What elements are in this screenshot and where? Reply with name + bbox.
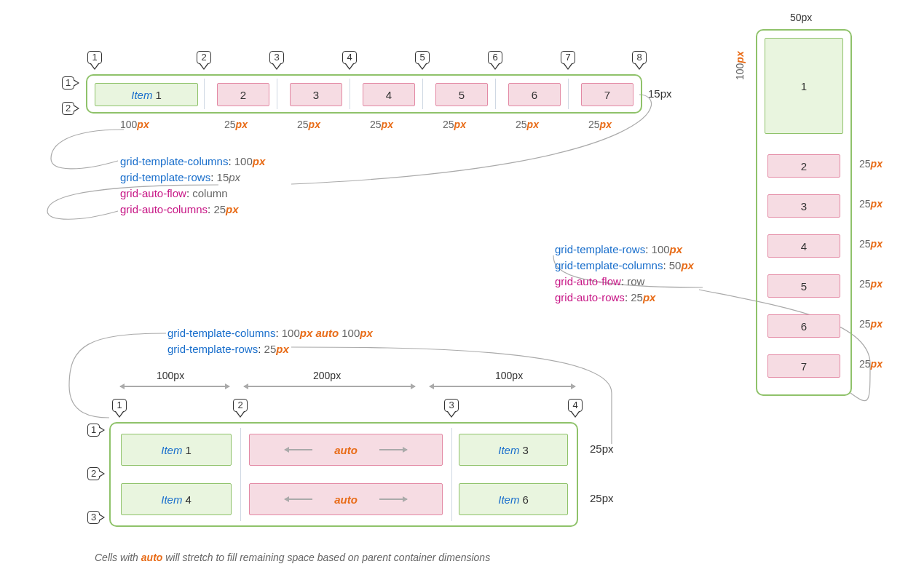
footer-note: Cells with auto will stretch to fill rem…: [95, 552, 490, 563]
diagram3-frame: Item1 auto Item3 Item4 auto Item6: [109, 422, 578, 527]
d1-track-2: 25px: [224, 119, 248, 130]
d2-item-3: 3: [767, 194, 840, 218]
dim-arrow: [120, 386, 229, 387]
col-line-6: 6: [486, 51, 504, 70]
grid-line: [277, 79, 277, 109]
grid-item-5: 5: [435, 83, 488, 106]
arrow-left-icon: [285, 449, 312, 450]
col-line-7: 7: [559, 51, 577, 70]
grid-item-4: 4: [363, 83, 415, 106]
d2-row-track-5: 25px: [859, 318, 883, 330]
d1-track-5: 25px: [443, 119, 466, 130]
dim-arrow: [430, 386, 575, 387]
grid-line: [495, 79, 496, 109]
grid-line: [422, 79, 423, 109]
grid-line: [240, 428, 241, 521]
d1-css: grid-template-columns: 100px grid-templa…: [120, 154, 265, 218]
d2-row-track-3: 25px: [859, 238, 883, 250]
d3-row-line-2: 2: [87, 467, 105, 480]
d1-track-3: 25px: [297, 119, 320, 130]
col-line-1: 1: [86, 51, 103, 70]
d3-dim-2: 200px: [313, 370, 341, 381]
grid-item-6: 6: [508, 83, 561, 106]
grid-line: [204, 79, 205, 109]
col-line-8: 8: [631, 51, 648, 70]
d3-item-4: Item4: [121, 483, 232, 515]
grid-item-3: 3: [290, 83, 342, 106]
arrow-right-icon: [379, 498, 407, 500]
d2-item-1: 1: [765, 38, 843, 134]
grid-line: [568, 79, 569, 109]
d3-dim-1: 100px: [157, 370, 184, 381]
d3-item-1: Item1: [121, 434, 232, 466]
d2-item-4: 4: [767, 234, 840, 258]
d2-row-track-2: 25px: [859, 198, 883, 210]
d3-col-line-4: 4: [567, 399, 584, 418]
row-line-1: 1: [62, 76, 79, 90]
d2-row-track-6: 25px: [859, 358, 883, 370]
grid-item-7: 7: [581, 83, 633, 106]
d3-col-line-3: 3: [443, 399, 460, 418]
arrow-left-icon: [285, 498, 312, 500]
arrow-right-icon: [379, 449, 407, 450]
d2-row-track-4: 25px: [859, 278, 883, 290]
css-line: grid-auto-flow: column: [120, 186, 265, 202]
d2-css: grid-template-rows: 100px grid-template-…: [555, 242, 694, 306]
css-line: grid-template-rows: 15px: [120, 170, 265, 186]
d3-item-auto-1: auto: [249, 434, 443, 466]
d2-item-7: 7: [767, 354, 840, 378]
col-line-4: 4: [341, 51, 358, 70]
d1-track-4: 25px: [370, 119, 393, 130]
css-line: grid-template-rows: 25px: [167, 341, 373, 357]
col-line-3: 3: [268, 51, 285, 70]
d3-row-line-3: 3: [87, 511, 105, 524]
d2-side-label: 100px: [734, 51, 746, 80]
col-line-5: 5: [414, 51, 431, 70]
d1-row-size: 15px: [648, 87, 672, 100]
css-line: grid-template-rows: 100px: [555, 242, 694, 258]
d3-item-3: Item3: [459, 434, 568, 466]
d2-item-2: 2: [767, 154, 840, 178]
d1-track-6: 25px: [516, 119, 539, 130]
auto-label: auto: [334, 444, 358, 456]
grid-line: [451, 428, 452, 521]
css-line: grid-auto-rows: 25px: [555, 290, 694, 306]
dim-arrow: [244, 386, 415, 387]
row-line-2: 2: [62, 102, 79, 115]
grid-item-1: Item1: [95, 83, 198, 106]
d3-css: grid-template-columns: 100px auto 100px …: [167, 325, 373, 357]
d2-row-track-1: 25px: [859, 158, 883, 170]
css-line: grid-auto-columns: 25px: [120, 202, 265, 218]
d3-item-auto-2: auto: [249, 483, 443, 515]
grid-item-2: 2: [217, 83, 269, 106]
grid-line: [350, 79, 350, 109]
d1-track-7: 25px: [588, 119, 612, 130]
d3-row-size-2: 25px: [590, 492, 614, 504]
d3-row-size-1: 25px: [590, 442, 614, 455]
diagram2-frame: 1 2 3 4 5 6 7: [756, 29, 852, 396]
d2-top-label: 50px: [790, 12, 812, 23]
col-line-2: 2: [195, 51, 213, 70]
css-line: grid-template-columns: 100px auto 100px: [167, 325, 373, 341]
auto-label: auto: [334, 493, 358, 506]
diagram1-frame: Item1 2 3 4 5 6 7: [86, 74, 642, 114]
css-line: grid-auto-flow: row: [555, 274, 694, 290]
d3-col-line-1: 1: [111, 399, 128, 418]
css-line: grid-template-columns: 100px: [120, 154, 265, 170]
d3-dim-3: 100px: [495, 370, 523, 381]
d2-item-6: 6: [767, 314, 840, 338]
d2-item-5: 5: [767, 274, 840, 298]
d1-track-1: 100px: [120, 119, 149, 130]
css-line: grid-template-columns: 50px: [555, 258, 694, 274]
d3-col-line-2: 2: [232, 399, 249, 418]
d3-item-6: Item6: [459, 483, 568, 515]
d3-row-line-1: 1: [87, 424, 105, 437]
